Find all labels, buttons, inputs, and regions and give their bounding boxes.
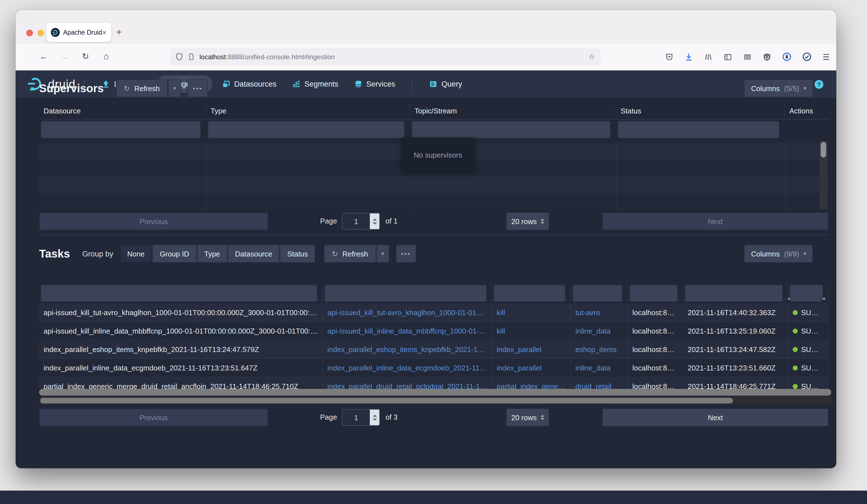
help-icon[interactable]: ?	[814, 79, 824, 89]
tasks-rows-per-page-select[interactable]: 20 rows	[506, 408, 549, 426]
downloads-icon[interactable]	[685, 52, 694, 61]
horizontal-scrollbar-overlay[interactable]	[39, 389, 831, 396]
column-separator	[206, 143, 207, 210]
type-link[interactable]: index_parallel	[492, 340, 571, 359]
group-by-none-button[interactable]: None	[120, 245, 152, 262]
topic-stream-filter-input[interactable]	[412, 121, 611, 138]
pocket-icon[interactable]	[665, 52, 674, 61]
location-filter-input[interactable]	[630, 285, 678, 302]
tasks-refresh-button[interactable]: ↻ Refresh	[324, 245, 376, 262]
tasks-refresh-caret-button[interactable]: ▾	[376, 245, 389, 262]
status-filter-input[interactable]	[618, 121, 779, 138]
scrollbar-thumb[interactable]	[40, 398, 733, 404]
url-bar[interactable]: localhost:8888/unified-console.html#inge…	[170, 48, 600, 65]
check-circle-icon[interactable]	[802, 52, 812, 62]
page-of-label: of 3	[385, 408, 397, 426]
column-header-type[interactable]: Type	[206, 103, 410, 119]
datasource-link[interactable]: tut-avro	[571, 303, 628, 322]
onepassword-icon[interactable]	[782, 52, 792, 62]
supervisors-columns-button[interactable]: Columns (5/5) ▾	[745, 79, 813, 97]
tasks-refresh-split: ↻ Refresh ▾	[324, 245, 389, 262]
url-text[interactable]: localhost:8888/unified-console.html#inge…	[200, 53, 589, 61]
supervisors-refresh-button[interactable]: ↻ Refresh	[116, 79, 168, 97]
new-tab-button[interactable]: +	[116, 27, 122, 38]
home-icon[interactable]: ⌂	[100, 51, 112, 62]
library-icon[interactable]	[704, 52, 713, 61]
supervisors-refresh-caret-button[interactable]: ▾	[168, 79, 181, 97]
group-id-link[interactable]: api-issued_kill_tut-avro_khaglhon_1000-0…	[323, 303, 492, 322]
group-id-filter-input[interactable]	[324, 285, 486, 302]
browser-tab[interactable]: Apache Druid ✕	[46, 23, 111, 42]
spinner-down-icon[interactable]	[372, 418, 377, 420]
datasource-filter-input[interactable]	[41, 121, 201, 138]
supervisors-more-button[interactable]: •••	[188, 79, 208, 97]
column-header-actions[interactable]: Actions	[785, 103, 828, 119]
more-icon: •••	[401, 250, 411, 257]
tasks-more-button[interactable]: •••	[396, 245, 416, 262]
type-filter-input[interactable]	[208, 121, 405, 138]
status-text: SUCCESS	[801, 327, 828, 335]
containers-fence-icon[interactable]	[743, 52, 752, 61]
spinner-down-icon[interactable]	[372, 222, 377, 224]
shield-permissions-icon[interactable]	[175, 53, 183, 61]
datasource-link[interactable]: inline_data	[571, 322, 628, 340]
horizontal-scrollbar-track[interactable]	[39, 397, 832, 405]
status-filter-input[interactable]	[790, 285, 823, 302]
group-by-type-button[interactable]: Type	[196, 245, 227, 262]
page-spinner[interactable]	[370, 410, 379, 425]
page-info-icon[interactable]	[188, 53, 195, 61]
tasks-columns-button[interactable]: Columns (9/9) ▾	[745, 245, 813, 262]
supervisors-vertical-scrollbar[interactable]	[820, 141, 827, 209]
type-link[interactable]: kill	[492, 303, 571, 322]
desktop-bottom-strip	[0, 491, 867, 504]
datasource-filter-input[interactable]	[572, 285, 622, 302]
sidebar-icon[interactable]	[724, 52, 732, 61]
group-by-datasource-button[interactable]: Datasource	[227, 245, 280, 262]
supervisors-rows-per-page-select[interactable]: 20 rows	[506, 212, 549, 230]
page-number-input[interactable]	[342, 410, 370, 425]
spinner-up-icon[interactable]	[372, 218, 377, 221]
supervisors-next-button[interactable]: Next	[602, 212, 828, 230]
spinner-up-icon[interactable]	[372, 414, 377, 417]
task-row: index_parallel_inline_data_ecgmdoeb_2021…	[39, 359, 828, 377]
forward-icon[interactable]: →	[59, 51, 71, 62]
task-id-cell: index_parallel_inline_data_ecgmdoeb_2021…	[39, 359, 323, 377]
column-header-status[interactable]: Status	[616, 103, 785, 119]
group-id-link[interactable]: index_parallel_inline_data_ecgmdoeb_2021…	[323, 359, 492, 377]
tab-close-icon[interactable]: ✕	[102, 29, 107, 35]
page-number-input[interactable]	[342, 213, 370, 229]
datasource-link[interactable]: inline_data	[571, 359, 628, 377]
window-minimize-button[interactable]	[38, 30, 44, 36]
type-link[interactable]: index_parallel	[492, 359, 571, 377]
tab-title: Apache Druid	[63, 29, 102, 36]
supervisors-filter-row	[39, 121, 828, 138]
columns-label: Columns	[751, 84, 780, 93]
page-spinner[interactable]	[370, 213, 379, 229]
column-header-datasource[interactable]: Datasource	[39, 103, 206, 119]
reload-icon[interactable]: ↻	[80, 51, 91, 62]
tasks-previous-button[interactable]: Previous	[39, 408, 268, 426]
datasource-link[interactable]: eshop_items	[571, 340, 628, 359]
supervisors-previous-button[interactable]: Previous	[39, 212, 268, 230]
type-filter-input[interactable]	[494, 285, 565, 302]
type-link[interactable]: kill	[492, 322, 571, 340]
group-id-link[interactable]: index_parallel_eshop_items_knpebfkb_2021…	[323, 340, 492, 359]
bookmark-star-icon[interactable]: ☆	[589, 53, 595, 61]
scrollbar-thumb[interactable]	[821, 142, 826, 158]
window-close-button[interactable]	[26, 30, 33, 36]
group-by-group-id-button[interactable]: Group ID	[152, 245, 197, 262]
tasks-pagination: Previous Page of 3 20 rows Next	[39, 408, 828, 426]
group-by-status-button[interactable]: Status	[280, 245, 315, 262]
created-time-filter-input[interactable]	[685, 285, 783, 302]
tasks-next-button[interactable]: Next	[602, 408, 828, 426]
type-link[interactable]: partial_index_generic_merge	[492, 377, 571, 389]
group-id-link[interactable]: index_parallel_druid_retail_pclpdgal_202…	[323, 377, 492, 389]
column-header-topic-stream[interactable]: Topic/Stream	[410, 103, 616, 119]
menu-hamburger-icon[interactable]: ☰	[823, 52, 829, 61]
back-icon[interactable]: ←	[38, 51, 49, 62]
datasource-link[interactable]: druid_retail	[571, 377, 628, 389]
group-id-link[interactable]: api-issued_kill_inline_data_mbbffcnp_100…	[323, 322, 492, 340]
task-id-filter-input[interactable]	[41, 285, 317, 302]
ublock-shield-icon[interactable]	[763, 52, 772, 61]
chevron-down-icon: ▾	[173, 85, 176, 91]
